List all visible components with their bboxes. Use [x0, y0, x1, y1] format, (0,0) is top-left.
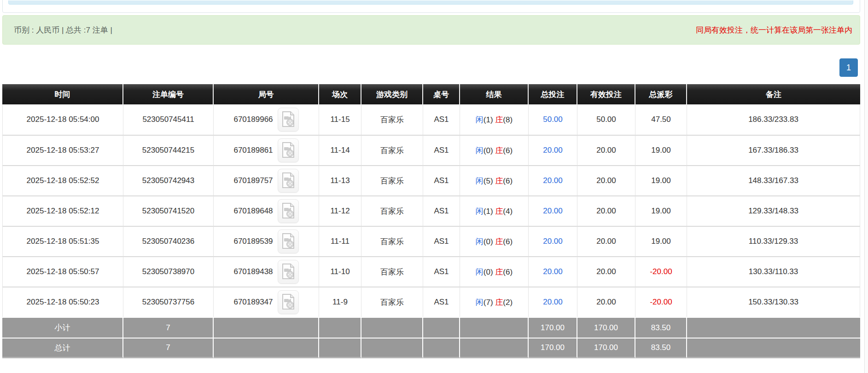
- cell-payout: -20.00: [635, 287, 687, 317]
- cell-table-no: AS1: [423, 104, 460, 135]
- cell-total-bet[interactable]: 50.00: [529, 104, 577, 135]
- cell-table-no: AS1: [423, 195, 460, 226]
- table-row: 2025-12-18 05:52:52523050742943670189757…: [2, 165, 860, 195]
- subtotal-row: 小计7170.00170.0083.50: [2, 317, 860, 338]
- video-replay-button[interactable]: [278, 230, 299, 253]
- round-id-text: 670189347: [233, 298, 273, 307]
- result-banker-points: (6): [503, 237, 513, 246]
- result-player-label: 闲: [476, 115, 484, 124]
- cell-game-type: 百家乐: [361, 165, 423, 195]
- bet-records-table-wrap: 时间注单编号局号场次游戏类别桌号结果总投注有效投注总派彩备注 2025-12-1…: [2, 84, 860, 358]
- round-id-text: 670189539: [233, 237, 273, 246]
- cell-remark: 150.33/130.33: [687, 287, 860, 317]
- video-replay-button[interactable]: [278, 260, 299, 284]
- cell-round-id: 670189757: [214, 165, 319, 195]
- cell-valid-bet: 50.00: [577, 104, 635, 135]
- video-replay-button[interactable]: [278, 138, 299, 162]
- footer-total-bet: 170.00: [529, 338, 577, 358]
- video-replay-button[interactable]: [278, 169, 299, 193]
- cell-payout: 47.50: [635, 104, 687, 135]
- footer-count: 7: [123, 338, 214, 358]
- cell-total-bet[interactable]: 20.00: [529, 135, 577, 165]
- column-header-table-no: 桌号: [423, 84, 460, 104]
- video-file-icon: [281, 263, 295, 280]
- round-id-text: 670189966: [233, 115, 273, 124]
- video-file-icon: [281, 111, 295, 127]
- round-id-text: 670189648: [233, 207, 273, 216]
- result-player-label: 闲: [476, 207, 484, 216]
- column-header-session: 场次: [319, 84, 361, 104]
- result-banker-label: 庄: [495, 115, 503, 124]
- cell-bet-id: 523050744215: [123, 135, 214, 165]
- column-header-total-bet: 总投注: [529, 84, 577, 104]
- footer-valid-bet: 170.00: [577, 317, 635, 338]
- result-player-label: 闲: [476, 146, 484, 155]
- cell-game-type: 百家乐: [361, 226, 423, 256]
- footer-empty: [214, 338, 319, 358]
- cell-bet-id: 523050742943: [123, 165, 214, 195]
- vertical-scrollbar[interactable]: [864, 0, 868, 373]
- result-player-points: (1): [484, 115, 493, 124]
- cell-time: 2025-12-18 05:52:52: [2, 165, 123, 195]
- cell-time: 2025-12-18 05:52:12: [2, 195, 123, 226]
- video-file-icon: [281, 293, 295, 310]
- column-header-bet-id: 注单编号: [123, 84, 214, 104]
- column-header-game-type: 游戏类别: [361, 84, 423, 104]
- footer-valid-bet: 170.00: [577, 338, 635, 358]
- result-banker-points: (4): [503, 207, 513, 216]
- cell-total-bet[interactable]: 20.00: [529, 256, 577, 287]
- currency-summary-text: 币别 : 人民币 | 总共 :7 注单 |: [3, 25, 112, 35]
- table-header: 时间注单编号局号场次游戏类别桌号结果总投注有效投注总派彩备注: [2, 84, 860, 104]
- valid-bet-notice-text: 同局有效投注，统一计算在该局第一张注单内: [696, 25, 860, 35]
- footer-empty: [319, 317, 361, 338]
- cell-session: 11-12: [319, 195, 361, 226]
- table-row: 2025-12-18 05:53:27523050744215670189861…: [2, 135, 860, 165]
- footer-empty: [460, 338, 529, 358]
- cell-time: 2025-12-18 05:50:57: [2, 256, 123, 287]
- cell-bet-id: 523050737756: [123, 287, 214, 317]
- cell-result: 闲(0) 庄(6): [460, 256, 529, 287]
- footer-label: 总计: [2, 338, 123, 358]
- result-banker-points: (6): [503, 177, 513, 185]
- video-replay-button[interactable]: [278, 199, 299, 223]
- round-id-text: 670189757: [233, 176, 273, 185]
- result-player-label: 闲: [476, 268, 484, 276]
- cell-round-id: 670189861: [214, 135, 319, 165]
- cell-round-id: 670189966: [214, 104, 319, 135]
- cell-table-no: AS1: [423, 165, 460, 195]
- cell-game-type: 百家乐: [361, 256, 423, 287]
- result-player-points: (0): [484, 268, 493, 276]
- cell-session: 11-14: [319, 135, 361, 165]
- cell-valid-bet: 20.00: [577, 226, 635, 256]
- cell-total-bet[interactable]: 20.00: [529, 195, 577, 226]
- footer-empty: [687, 338, 860, 358]
- footer-payout: 83.50: [635, 317, 687, 338]
- cell-time: 2025-12-18 05:53:27: [2, 135, 123, 165]
- column-header-valid-bet: 有效投注: [577, 84, 635, 104]
- grand-total-row: 总计7170.00170.0083.50: [2, 338, 860, 358]
- result-player-points: (0): [484, 237, 493, 246]
- bet-records-table: 时间注单编号局号场次游戏类别桌号结果总投注有效投注总派彩备注 2025-12-1…: [2, 84, 860, 358]
- summary-alert: 币别 : 人民币 | 总共 :7 注单 | 同局有效投注，统一计算在该局第一张注…: [2, 15, 860, 45]
- video-file-icon: [281, 202, 295, 219]
- cell-payout: 19.00: [635, 226, 687, 256]
- cell-result: 闲(1) 庄(8): [460, 104, 529, 135]
- cell-valid-bet: 20.00: [577, 165, 635, 195]
- cell-valid-bet: 20.00: [577, 256, 635, 287]
- column-header-remark: 备注: [687, 84, 860, 104]
- cell-total-bet[interactable]: 20.00: [529, 287, 577, 317]
- cell-valid-bet: 20.00: [577, 287, 635, 317]
- result-player-points: (1): [484, 207, 493, 216]
- result-banker-points: (8): [503, 115, 513, 124]
- video-replay-button[interactable]: [278, 290, 299, 314]
- page-1-button[interactable]: 1: [839, 58, 858, 77]
- cell-game-type: 百家乐: [361, 195, 423, 226]
- cell-table-no: AS1: [423, 287, 460, 317]
- cell-remark: 167.33/186.33: [687, 135, 860, 165]
- round-id-text: 670189861: [233, 146, 273, 155]
- column-header-result: 结果: [460, 84, 529, 104]
- cell-total-bet[interactable]: 20.00: [529, 165, 577, 195]
- video-replay-button[interactable]: [278, 108, 299, 132]
- pagination: 1: [839, 58, 858, 77]
- cell-total-bet[interactable]: 20.00: [529, 226, 577, 256]
